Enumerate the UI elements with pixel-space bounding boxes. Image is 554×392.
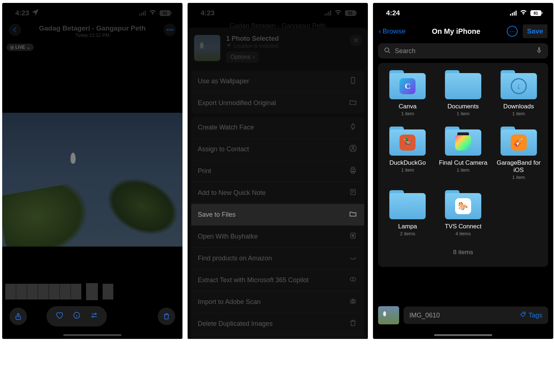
folder-tvs-connect[interactable]: 🐎 TVS Connect 4 items (439, 190, 488, 236)
folder-lampa[interactable]: Lampa 2 items (383, 190, 432, 236)
folder-canva[interactable]: C Canva 1 item (383, 70, 432, 116)
home-indicator[interactable] (63, 334, 121, 336)
photo-viewer[interactable] (2, 113, 182, 247)
battery-indicator: 81 (160, 10, 172, 16)
wifi-icon (334, 8, 342, 18)
action-find-amazon[interactable]: Find products on Amazon (191, 247, 364, 269)
file-name-field[interactable]: IMG_0610 Tags (404, 307, 548, 324)
phone-icon (348, 76, 358, 86)
action-extract-text-copilot[interactable]: Extract Text with Microsoft 365 Copilot (191, 269, 364, 291)
share-header: 1 Photo Selected Location is Included Op… (188, 28, 368, 68)
action-save-to-files[interactable]: Save to Files (191, 204, 364, 225)
adjust-button[interactable] (90, 311, 98, 321)
folder-garageband[interactable]: 🎸 GarageBand for iOS 1 item (494, 127, 543, 180)
thumbnail-strip[interactable] (5, 284, 113, 300)
more-button[interactable]: ⋯ (507, 26, 518, 37)
svg-point-2 (95, 313, 96, 315)
delete-button[interactable] (158, 308, 175, 325)
home-indicator[interactable] (434, 334, 492, 336)
svg-point-21 (523, 313, 524, 313)
chevron-right-icon: › (253, 54, 254, 60)
status-bar: 4:23 81 (188, 3, 368, 21)
info-button[interactable] (73, 311, 81, 321)
file-thumbnail (378, 306, 399, 324)
folder-final-cut-camera[interactable]: Final Cut Camera 1 item (439, 127, 488, 180)
svg-rect-20 (538, 47, 540, 51)
svg-rect-5 (352, 125, 354, 129)
more-button[interactable]: ••• (164, 24, 176, 36)
live-icon: ◎ (10, 45, 14, 50)
live-badge[interactable]: ◎ LIVE ⌄ (7, 44, 34, 51)
battery-indicator: 81 (530, 10, 542, 16)
action-delete-duplicates-2[interactable]: Delete Duplicated Images 2 (191, 335, 364, 339)
thumbnail[interactable] (38, 284, 49, 300)
close-button[interactable]: ✕ (350, 34, 362, 47)
status-time: 4:23 (15, 9, 29, 17)
share-actions-list: Use as Wallpaper Export Unmodified Origi… (188, 71, 368, 339)
wifi-icon (519, 8, 527, 18)
action-delete-duplicates[interactable]: Delete Duplicated Images (191, 313, 364, 335)
search-icon (383, 46, 391, 56)
action-export-original[interactable]: Export Unmodified Original (191, 92, 364, 114)
folder-duckduckgo[interactable]: 🦆 DuckDuckGo 1 item (383, 127, 432, 180)
chevron-down-icon: ⌄ (27, 45, 30, 50)
svg-point-16 (352, 300, 354, 303)
action-use-as-wallpaper[interactable]: Use as Wallpaper (191, 71, 364, 92)
action-import-adobe-scan[interactable]: Import to Adobe Scan (191, 291, 364, 313)
action-print[interactable]: Print (191, 160, 364, 182)
print-icon (348, 166, 358, 176)
folder-grid-container: C Canva 1 item Documents 1 item ↓ Downlo… (378, 63, 548, 267)
action-create-watch-face[interactable]: Create Watch Face (191, 117, 364, 138)
action-open-buyhatke[interactable]: Open With Buyhatke ₹ (191, 225, 364, 247)
location-info: Location is Included (233, 43, 278, 49)
svg-text:₹: ₹ (352, 234, 354, 238)
search-placeholder: Search (395, 47, 416, 55)
thumbnail[interactable] (71, 284, 81, 300)
action-assign-to-contact[interactable]: Assign to Contact (191, 138, 364, 160)
thumbnail[interactable] (60, 284, 71, 300)
preview-thumbnail[interactable] (194, 35, 220, 61)
share-sheet: 1 Photo Selected Location is Included Op… (188, 28, 368, 339)
thumbnail[interactable] (27, 284, 38, 300)
scan-icon (348, 297, 358, 307)
tags-button[interactable]: Tags (520, 311, 542, 320)
folder-icon (348, 210, 358, 220)
svg-point-6 (352, 147, 354, 149)
copilot-icon (348, 275, 358, 285)
favorite-button[interactable] (55, 311, 63, 321)
photo-timestamp: Today 12:12 PM (2, 32, 182, 38)
folder-grid: C Canva 1 item Documents 1 item ↓ Downlo… (383, 70, 543, 236)
folder-documents[interactable]: Documents 1 item (439, 70, 488, 116)
thumbnail[interactable] (5, 284, 16, 300)
svg-rect-9 (352, 167, 354, 169)
mic-icon[interactable] (535, 46, 543, 56)
back-browse-button[interactable]: ‹ Browse (379, 27, 406, 35)
thumbnail[interactable] (103, 284, 113, 300)
toolbar-pill (47, 306, 107, 327)
options-button[interactable]: Options › (226, 52, 259, 63)
cellular-icon (510, 11, 517, 16)
search-field[interactable]: Search (378, 43, 548, 59)
save-bar: IMG_0610 Tags (373, 306, 553, 324)
photo-header: Gadag Betageri - Gangapur Peth Today 12:… (2, 21, 182, 41)
cellular-icon (139, 11, 146, 16)
status-time: 4:24 (386, 9, 400, 17)
action-quick-note[interactable]: Add to New Quick Note (191, 182, 364, 204)
thumbnail-selected[interactable] (87, 284, 97, 300)
folder-icon (348, 98, 358, 108)
share-button[interactable] (9, 308, 27, 325)
chevron-left-icon: ‹ (379, 27, 381, 35)
save-button[interactable]: Save (523, 24, 547, 38)
thumbnail[interactable] (16, 284, 27, 300)
selection-title: 1 Photo Selected (226, 35, 361, 43)
nav-bar: ‹ Browse On My iPhone ⋯ Save (373, 21, 553, 41)
photo-toolbar (2, 306, 182, 327)
rupee-icon: ₹ (348, 232, 358, 241)
svg-point-3 (92, 316, 94, 317)
status-bar: 4:23 81 (2, 3, 182, 21)
note-icon (348, 188, 358, 198)
thumbnail[interactable] (49, 284, 60, 300)
back-button[interactable] (9, 24, 21, 36)
folder-downloads[interactable]: ↓ Downloads 1 item (494, 70, 543, 116)
status-time: 4:23 (201, 9, 214, 17)
